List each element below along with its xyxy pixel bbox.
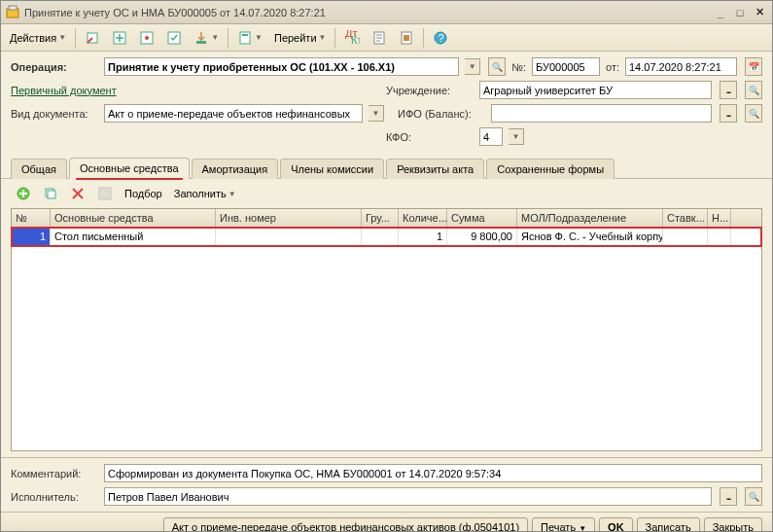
svg-rect-7 [196,41,206,44]
date-label: от: [606,61,619,73]
operation-dropdown[interactable]: ▼ [465,58,480,75]
close-button[interactable]: ✕ [751,5,768,20]
svg-point-5 [145,36,149,40]
operation-label: Операция: [11,61,98,73]
copy-row-icon[interactable] [38,183,63,204]
cell[interactable]: Стол письменный [51,228,216,245]
add-row-icon[interactable] [11,183,36,204]
num-label: №: [511,61,526,73]
col-header[interactable]: № [12,209,51,227]
ifo-input[interactable] [491,104,712,123]
tab-os[interactable]: Основные средства [69,158,190,179]
cell[interactable]: 1 [12,228,51,245]
tb-icon-8[interactable] [394,27,419,49]
uchr-input[interactable]: Аграрный университет БУ [479,81,712,99]
cell[interactable] [216,228,362,245]
cell[interactable] [663,228,708,245]
doc-type-input[interactable]: Акт о приеме-передаче объектов нефинансо… [104,104,363,123]
svg-rect-19 [48,191,55,198]
tb-icon-2[interactable] [107,27,132,49]
date-calendar-icon[interactable]: 📅 [745,57,762,76]
col-header[interactable]: Н... [708,209,731,227]
window-title: Принятие к учету ОС и НМА БУ000005 от 14… [24,7,710,18]
tb-icon-7[interactable] [367,27,392,49]
comment-label: Комментарий: [11,468,98,479]
svg-rect-1 [9,6,17,10]
svg-text:?: ? [439,32,444,44]
kfo-dropdown[interactable]: ▼ [509,128,524,145]
col-header[interactable]: Количе... [399,209,447,227]
print-menu[interactable]: Печать ▼ [532,517,595,532]
svg-rect-9 [242,34,248,36]
podbor-button[interactable]: Подбор [120,183,167,204]
tab-bar: Общая Основные средства Амортизация Член… [1,157,772,178]
svg-rect-14 [404,35,409,41]
table-row[interactable]: 1Стол письменный19 800,00Яснов Ф. С. - У… [12,228,761,246]
comment-input[interactable]: Сформирован из документа Покупка ОС, НМА… [104,464,762,482]
svg-rect-8 [240,32,250,44]
executor-input[interactable]: Петров Павел Иванович [104,487,712,506]
ifo-label: ИФО (Баланс): [398,108,485,120]
minimize-button[interactable]: _ [712,5,729,20]
act-button[interactable]: Акт о приеме-передаче объектов нефинансо… [163,517,528,532]
col-header[interactable]: Гру... [362,209,399,227]
help-icon[interactable]: ? [428,27,453,49]
tab-saved-forms[interactable]: Сохраненные формы [486,159,615,179]
cell[interactable] [362,228,399,245]
tab-requisites[interactable]: Реквизиты акта [386,159,484,179]
operation-search-icon[interactable]: 🔍 [488,57,506,76]
tab-commission[interactable]: Члены комиссии [280,159,384,179]
os-grid: №Основные средстваИнв. номерГру...Количе… [11,208,762,451]
ifo-select-button[interactable]: ... [720,104,737,123]
col-header[interactable]: Сумма [447,209,517,227]
executor-label: Исполнитель: [11,491,98,503]
cell[interactable] [708,228,731,245]
doc-type-label: Вид документа: [11,108,98,120]
tb-icon-4[interactable] [161,27,187,49]
executor-select-button[interactable]: ... [720,487,737,506]
settings-icon[interactable] [92,183,118,204]
tb-icon-5[interactable]: ▼ [189,27,224,49]
date-input[interactable]: 14.07.2020 8:27:21 [625,57,737,76]
cell[interactable]: 1 [399,228,447,245]
ok-button[interactable]: OK [599,517,633,532]
goto-menu[interactable]: Перейти▼ [269,27,332,49]
doc-type-dropdown[interactable]: ▼ [369,105,384,122]
primary-doc-link[interactable]: Первичный документ [11,85,117,96]
save-button[interactable]: Записать [637,517,700,532]
svg-text:Кт: Кт [351,34,360,46]
tab-amort[interactable]: Амортизация [192,159,279,179]
tab-general[interactable]: Общая [11,159,67,179]
uchr-label: Учреждение: [386,85,474,96]
tb-dtkt-icon[interactable]: ДтКт [339,27,365,49]
close-form-button[interactable]: Закрыть [704,517,762,532]
kfo-input[interactable]: 4 [479,127,503,146]
maximize-button[interactable]: □ [731,5,749,20]
executor-search-icon[interactable]: 🔍 [745,487,762,506]
col-header[interactable]: Ставк... [663,209,708,227]
actions-menu[interactable]: Действия▼ [5,27,71,49]
svg-rect-20 [99,188,111,199]
tb-icon-6[interactable]: ▼ [232,27,267,49]
tb-icon-3[interactable] [134,27,159,49]
col-header[interactable]: Инв. номер [216,209,362,227]
col-header[interactable]: МОЛ/Подразделение [517,209,663,227]
cell[interactable]: 9 800,00 [447,228,517,245]
num-input[interactable]: БУ000005 [532,57,600,76]
kfo-label: КФО: [386,131,474,143]
uchr-search-icon[interactable]: 🔍 [745,81,762,99]
app-icon [5,5,20,20]
fill-menu[interactable]: Заполнить▼ [169,183,241,204]
delete-row-icon[interactable] [65,183,90,204]
col-header[interactable]: Основные средства [51,209,216,227]
uchr-select-button[interactable]: ... [720,81,737,99]
ifo-search-icon[interactable]: 🔍 [745,104,762,123]
cell[interactable]: Яснов Ф. С. - Учебный корпус [517,228,663,245]
tb-icon-1[interactable] [80,27,105,49]
operation-input[interactable]: Принятие к учету приобретенных ОС (101.Х… [104,57,459,76]
